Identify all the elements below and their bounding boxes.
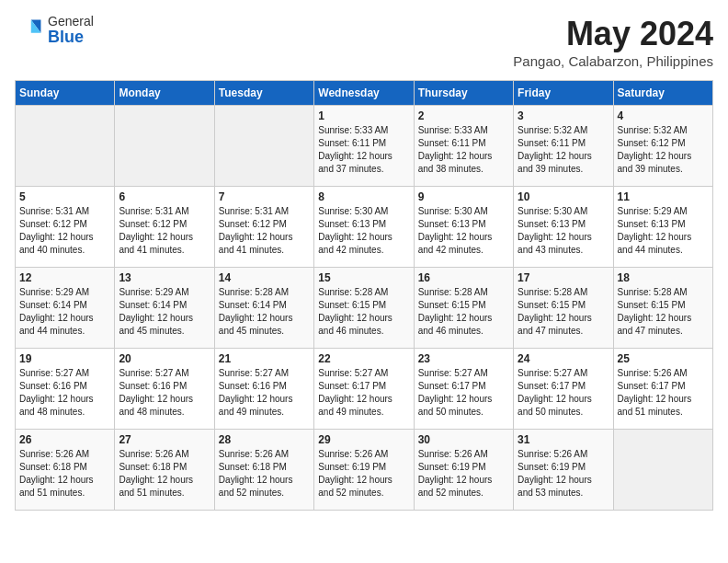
calendar-cell: 5Sunrise: 5:31 AM Sunset: 6:12 PM Daylig… bbox=[16, 187, 115, 268]
calendar-cell bbox=[214, 106, 313, 187]
day-number: 30 bbox=[418, 433, 509, 446]
calendar-cell: 31Sunrise: 5:26 AM Sunset: 6:19 PM Dayli… bbox=[514, 430, 613, 511]
calendar-cell: 4Sunrise: 5:32 AM Sunset: 6:12 PM Daylig… bbox=[613, 106, 712, 187]
calendar-cell: 6Sunrise: 5:31 AM Sunset: 6:12 PM Daylig… bbox=[115, 187, 214, 268]
day-number: 29 bbox=[318, 433, 409, 446]
header-friday: Friday bbox=[514, 81, 613, 106]
header-sunday: Sunday bbox=[16, 81, 115, 106]
calendar-cell: 28Sunrise: 5:26 AM Sunset: 6:18 PM Dayli… bbox=[214, 430, 313, 511]
calendar-cell: 18Sunrise: 5:28 AM Sunset: 6:15 PM Dayli… bbox=[613, 268, 712, 349]
calendar-cell: 7Sunrise: 5:31 AM Sunset: 6:12 PM Daylig… bbox=[214, 187, 313, 268]
calendar-cell: 25Sunrise: 5:26 AM Sunset: 6:17 PM Dayli… bbox=[613, 349, 712, 430]
day-number: 24 bbox=[518, 352, 609, 365]
day-info: Sunrise: 5:32 AM Sunset: 6:11 PM Dayligh… bbox=[518, 124, 609, 176]
calendar-cell: 26Sunrise: 5:26 AM Sunset: 6:18 PM Dayli… bbox=[16, 430, 115, 511]
day-info: Sunrise: 5:28 AM Sunset: 6:15 PM Dayligh… bbox=[318, 286, 409, 338]
header-thursday: Thursday bbox=[414, 81, 513, 106]
day-info: Sunrise: 5:28 AM Sunset: 6:15 PM Dayligh… bbox=[618, 286, 709, 338]
day-number: 27 bbox=[119, 433, 210, 446]
calendar-cell: 12Sunrise: 5:29 AM Sunset: 6:14 PM Dayli… bbox=[16, 268, 115, 349]
day-number: 6 bbox=[119, 190, 210, 203]
day-info: Sunrise: 5:32 AM Sunset: 6:12 PM Dayligh… bbox=[618, 124, 709, 176]
day-number: 8 bbox=[318, 190, 409, 203]
calendar-cell: 15Sunrise: 5:28 AM Sunset: 6:15 PM Dayli… bbox=[314, 268, 414, 349]
logo-text: General Blue bbox=[48, 15, 94, 47]
day-number: 16 bbox=[418, 271, 509, 284]
calendar-week-row: 19Sunrise: 5:27 AM Sunset: 6:16 PM Dayli… bbox=[16, 349, 713, 430]
calendar-cell: 21Sunrise: 5:27 AM Sunset: 6:16 PM Dayli… bbox=[214, 349, 313, 430]
calendar-cell: 8Sunrise: 5:30 AM Sunset: 6:13 PM Daylig… bbox=[314, 187, 414, 268]
calendar-cell: 20Sunrise: 5:27 AM Sunset: 6:16 PM Dayli… bbox=[115, 349, 214, 430]
day-info: Sunrise: 5:31 AM Sunset: 6:12 PM Dayligh… bbox=[19, 205, 110, 257]
header-tuesday: Tuesday bbox=[214, 81, 313, 106]
day-info: Sunrise: 5:26 AM Sunset: 6:19 PM Dayligh… bbox=[318, 448, 409, 500]
calendar-cell: 14Sunrise: 5:28 AM Sunset: 6:14 PM Dayli… bbox=[214, 268, 313, 349]
day-info: Sunrise: 5:30 AM Sunset: 6:13 PM Dayligh… bbox=[518, 205, 609, 257]
day-number: 22 bbox=[318, 352, 409, 365]
day-number: 3 bbox=[518, 109, 609, 122]
day-number: 25 bbox=[618, 352, 709, 365]
calendar-week-row: 12Sunrise: 5:29 AM Sunset: 6:14 PM Dayli… bbox=[16, 268, 713, 349]
calendar-cell bbox=[16, 106, 115, 187]
logo-general: General bbox=[48, 15, 94, 29]
day-number: 18 bbox=[618, 271, 709, 284]
day-info: Sunrise: 5:29 AM Sunset: 6:13 PM Dayligh… bbox=[618, 205, 709, 257]
day-number: 12 bbox=[19, 271, 110, 284]
header-saturday: Saturday bbox=[613, 81, 712, 106]
logo-blue: Blue bbox=[48, 29, 94, 47]
day-number: 17 bbox=[518, 271, 609, 284]
day-info: Sunrise: 5:26 AM Sunset: 6:18 PM Dayligh… bbox=[19, 448, 110, 500]
calendar-cell: 23Sunrise: 5:27 AM Sunset: 6:17 PM Dayli… bbox=[414, 349, 513, 430]
header-monday: Monday bbox=[115, 81, 214, 106]
day-number: 26 bbox=[19, 433, 110, 446]
calendar-cell: 10Sunrise: 5:30 AM Sunset: 6:13 PM Dayli… bbox=[514, 187, 613, 268]
calendar-cell bbox=[613, 430, 712, 511]
calendar-cell: 13Sunrise: 5:29 AM Sunset: 6:14 PM Dayli… bbox=[115, 268, 214, 349]
title-block: May 2024 Pangao, Calabarzon, Philippines bbox=[513, 15, 713, 69]
calendar-cell: 30Sunrise: 5:26 AM Sunset: 6:19 PM Dayli… bbox=[414, 430, 513, 511]
calendar-cell: 9Sunrise: 5:30 AM Sunset: 6:13 PM Daylig… bbox=[414, 187, 513, 268]
day-info: Sunrise: 5:26 AM Sunset: 6:18 PM Dayligh… bbox=[119, 448, 210, 500]
day-info: Sunrise: 5:27 AM Sunset: 6:17 PM Dayligh… bbox=[518, 367, 609, 419]
calendar-title: May 2024 bbox=[513, 15, 713, 53]
day-info: Sunrise: 5:30 AM Sunset: 6:13 PM Dayligh… bbox=[318, 205, 409, 257]
day-number: 19 bbox=[19, 352, 110, 365]
logo: General Blue bbox=[15, 15, 94, 47]
calendar-week-row: 1Sunrise: 5:33 AM Sunset: 6:11 PM Daylig… bbox=[16, 106, 713, 187]
day-info: Sunrise: 5:26 AM Sunset: 6:18 PM Dayligh… bbox=[219, 448, 310, 500]
calendar-cell: 22Sunrise: 5:27 AM Sunset: 6:17 PM Dayli… bbox=[314, 349, 414, 430]
day-info: Sunrise: 5:33 AM Sunset: 6:11 PM Dayligh… bbox=[418, 124, 509, 176]
day-number: 21 bbox=[219, 352, 310, 365]
day-info: Sunrise: 5:27 AM Sunset: 6:16 PM Dayligh… bbox=[219, 367, 310, 419]
calendar-cell: 24Sunrise: 5:27 AM Sunset: 6:17 PM Dayli… bbox=[514, 349, 613, 430]
calendar-week-row: 5Sunrise: 5:31 AM Sunset: 6:12 PM Daylig… bbox=[16, 187, 713, 268]
day-info: Sunrise: 5:26 AM Sunset: 6:19 PM Dayligh… bbox=[518, 448, 609, 500]
logo-icon bbox=[15, 17, 44, 46]
calendar-cell: 1Sunrise: 5:33 AM Sunset: 6:11 PM Daylig… bbox=[314, 106, 414, 187]
day-info: Sunrise: 5:30 AM Sunset: 6:13 PM Dayligh… bbox=[418, 205, 509, 257]
day-number: 5 bbox=[19, 190, 110, 203]
calendar-week-row: 26Sunrise: 5:26 AM Sunset: 6:18 PM Dayli… bbox=[16, 430, 713, 511]
day-info: Sunrise: 5:27 AM Sunset: 6:16 PM Dayligh… bbox=[19, 367, 110, 419]
day-number: 23 bbox=[418, 352, 509, 365]
header-wednesday: Wednesday bbox=[314, 81, 414, 106]
page-header: General Blue May 2024 Pangao, Calabarzon… bbox=[15, 15, 713, 69]
day-number: 2 bbox=[418, 109, 509, 122]
day-info: Sunrise: 5:28 AM Sunset: 6:14 PM Dayligh… bbox=[219, 286, 310, 338]
day-number: 20 bbox=[119, 352, 210, 365]
day-number: 9 bbox=[418, 190, 509, 203]
day-number: 1 bbox=[318, 109, 409, 122]
calendar-cell: 27Sunrise: 5:26 AM Sunset: 6:18 PM Dayli… bbox=[115, 430, 214, 511]
day-info: Sunrise: 5:31 AM Sunset: 6:12 PM Dayligh… bbox=[219, 205, 310, 257]
day-number: 13 bbox=[119, 271, 210, 284]
calendar-cell bbox=[115, 106, 214, 187]
day-number: 15 bbox=[318, 271, 409, 284]
day-number: 14 bbox=[219, 271, 310, 284]
day-number: 7 bbox=[219, 190, 310, 203]
day-info: Sunrise: 5:27 AM Sunset: 6:17 PM Dayligh… bbox=[418, 367, 509, 419]
day-info: Sunrise: 5:33 AM Sunset: 6:11 PM Dayligh… bbox=[318, 124, 409, 176]
calendar-cell: 3Sunrise: 5:32 AM Sunset: 6:11 PM Daylig… bbox=[514, 106, 613, 187]
day-number: 10 bbox=[518, 190, 609, 203]
day-info: Sunrise: 5:26 AM Sunset: 6:19 PM Dayligh… bbox=[418, 448, 509, 500]
calendar-table: Sunday Monday Tuesday Wednesday Thursday… bbox=[15, 80, 713, 511]
